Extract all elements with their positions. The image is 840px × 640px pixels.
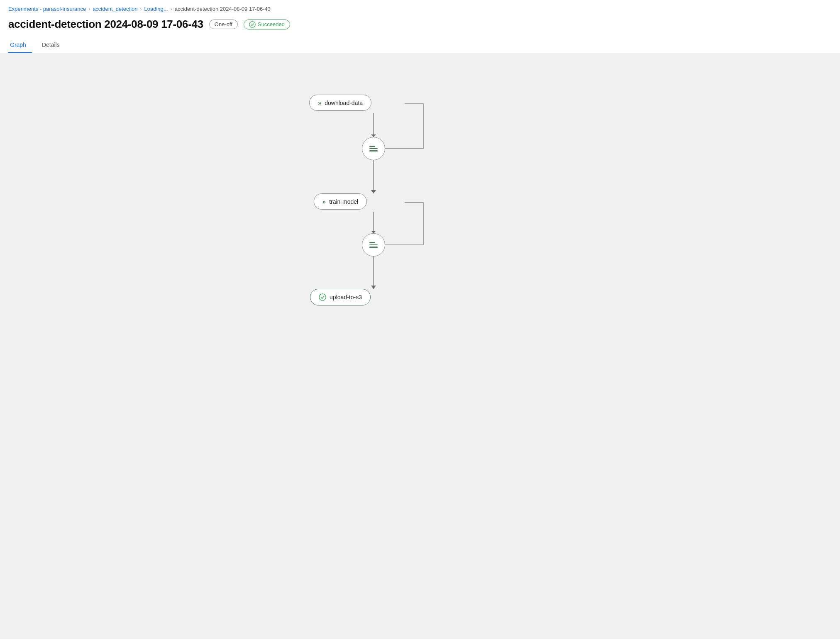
svg-marker-10 [371, 286, 376, 289]
svg-marker-5 [371, 190, 376, 193]
list-icon-2 [369, 242, 378, 248]
breadcrumb-loading[interactable]: Loading... [144, 6, 168, 12]
check-circle-icon [249, 21, 256, 28]
list-icon [369, 146, 378, 151]
breadcrumb-current: accident-detection 2024-08-09 17-06-43 [175, 6, 271, 12]
tab-details[interactable]: Details [40, 37, 66, 53]
badge-oneoff: One-off [209, 20, 238, 29]
graph-area: » download-data » train-model [0, 53, 840, 639]
node-train-model[interactable]: » train-model [314, 193, 367, 210]
breadcrumb-sep-2: › [140, 6, 142, 12]
page-title: accident-detection 2024-08-09 17-06-43 [8, 18, 203, 31]
node-download-data[interactable]: » download-data [309, 95, 371, 111]
node-aggregator-2[interactable] [362, 233, 385, 256]
breadcrumb: Experiments - parasol-insurance › accide… [0, 0, 840, 16]
badge-succeeded: Succeeded [244, 20, 290, 29]
tabs: Graph Details [0, 37, 840, 53]
breadcrumb-sep-3: › [171, 6, 172, 12]
check-circle-icon-2 [319, 293, 326, 301]
breadcrumb-experiments[interactable]: Experiments - parasol-insurance [8, 6, 86, 12]
svg-point-11 [319, 294, 326, 300]
flow-svg [0, 53, 840, 639]
svg-point-0 [249, 21, 255, 27]
chevrons-icon-2: » [322, 198, 326, 205]
node-label-3: upload-to-s3 [330, 294, 362, 300]
node-label: download-data [325, 100, 363, 106]
chevrons-icon: » [318, 99, 321, 106]
node-upload-to-s3[interactable]: upload-to-s3 [310, 289, 371, 305]
node-aggregator-1[interactable] [362, 137, 385, 160]
page-header: accident-detection 2024-08-09 17-06-43 O… [0, 16, 840, 37]
breadcrumb-accident-detection[interactable]: accident_detection [93, 6, 137, 12]
node-label-2: train-model [329, 198, 358, 205]
breadcrumb-sep-1: › [88, 6, 90, 12]
tab-graph[interactable]: Graph [8, 37, 32, 53]
